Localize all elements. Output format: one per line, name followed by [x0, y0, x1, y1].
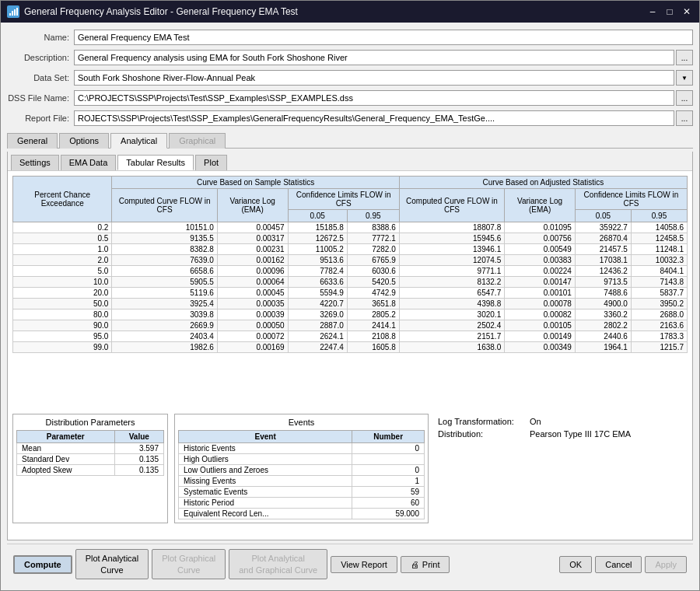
main-tab-bar: General Options Analytical Graphical	[7, 133, 693, 149]
bottom-section: Distribution Parameters Parameter Value …	[12, 414, 688, 523]
button-bar: Compute Plot Analytical Curve Plot Graph…	[7, 544, 693, 584]
main-window: General Frequency Analysis Editor - Gene…	[0, 0, 700, 591]
event-row: Systematic Events59	[179, 487, 425, 498]
col-095b-header: 0.95	[631, 210, 687, 222]
view-report-button[interactable]: View Report	[331, 556, 397, 573]
table-row: 99.0 1982.6 0.00169 2247.4 1605.8 1638.0…	[13, 342, 688, 353]
distribution-row: Distribution: Pearson Type III 17C EMA	[438, 429, 684, 439]
name-row: Name:	[7, 29, 693, 46]
table-row: 20.0 5119.6 0.00045 5594.9 4742.9 6547.7…	[13, 288, 688, 299]
distribution-params-panel: Distribution Parameters Parameter Value …	[12, 414, 168, 523]
content-area: Name: Description: ... Data Set: ▼ DSS F…	[1, 23, 699, 590]
name-label: Name:	[7, 33, 69, 42]
app-icon	[7, 5, 19, 18]
sub-tab-ema-data[interactable]: EMA Data	[61, 155, 117, 170]
description-browse-button[interactable]: ...	[676, 50, 693, 65]
info-section: Log Transformation: On Distribution: Pea…	[435, 414, 688, 523]
dist-param-row: Mean3.597	[17, 443, 164, 454]
dataset-input[interactable]	[74, 70, 674, 86]
name-input[interactable]	[74, 30, 693, 45]
minimize-button[interactable]: –	[646, 5, 659, 18]
tab-graphical[interactable]: Graphical	[169, 133, 226, 149]
col-group2-header: Curve Based on Adjusted Statistics	[399, 177, 687, 189]
log-transform-value: On	[530, 417, 541, 426]
dataset-dropdown-button[interactable]: ▼	[676, 70, 693, 86]
plot-analytical-button[interactable]: Plot Analytical Curve	[75, 549, 149, 579]
events-table: Event Number Historic Events0High Outlie…	[178, 430, 425, 519]
dataset-label: Data Set:	[7, 73, 69, 82]
print-label: Print	[422, 560, 440, 569]
dss-browse-button[interactable]: ...	[676, 90, 693, 106]
dss-input[interactable]	[74, 90, 674, 106]
table-scroll-area[interactable]: Percent Chance Exceedance Curve Based on…	[12, 176, 688, 409]
col-005a-header: 0.05	[288, 210, 347, 222]
printer-icon: 🖨	[411, 560, 419, 569]
log-transform-label: Log Transformation:	[438, 417, 523, 426]
main-content-area: Percent Chance Exceedance Curve Based on…	[8, 171, 692, 540]
results-table: Percent Chance Exceedance Curve Based on…	[12, 176, 688, 353]
tab-general[interactable]: General	[7, 133, 58, 149]
col-computed2-header: Computed Curve FLOW in CFS	[399, 189, 504, 222]
plot-both-button[interactable]: Plot Analytical and Graphical Curve	[229, 549, 327, 579]
close-button[interactable]: ✕	[681, 5, 693, 18]
apply-button[interactable]: Apply	[645, 556, 687, 573]
window-title: General Frequency Analysis Editor - Gene…	[24, 6, 642, 17]
description-label: Description:	[7, 53, 69, 62]
report-label: Report File:	[7, 114, 69, 123]
plot-graphical-button[interactable]: Plot Graphical Curve	[152, 549, 226, 579]
table-row: 5.0 6658.6 0.00096 7782.4 6030.6 9771.1 …	[13, 266, 688, 277]
events-title: Events	[178, 418, 425, 427]
dist-param-row: Standard Dev0.135	[17, 454, 164, 465]
dss-label: DSS File Name:	[7, 93, 69, 103]
col-095a-header: 0.95	[347, 210, 399, 222]
cancel-button[interactable]: Cancel	[595, 556, 642, 573]
col-005b-header: 0.05	[575, 210, 631, 222]
table-row: 0.5 9135.5 0.00317 12672.5 7772.1 15945.…	[13, 233, 688, 244]
compute-button[interactable]: Compute	[13, 555, 72, 574]
sub-tab-tabular-results[interactable]: Tabular Results	[117, 155, 194, 170]
table-row: 90.0 2669.9 0.00050 2887.0 2414.1 2502.4…	[13, 320, 688, 331]
dss-row: DSS File Name: ...	[7, 89, 693, 107]
sub-tab-bar: Settings EMA Data Tabular Results Plot	[8, 152, 692, 171]
sub-tab-plot[interactable]: Plot	[195, 155, 227, 170]
svg-rect-3	[16, 8, 18, 16]
event-row: High Outliers	[179, 454, 425, 465]
col-confidence2-header: Confidence Limits FLOW in CFS	[575, 189, 687, 210]
table-row: 95.0 2403.4 0.00072 2624.1 2108.8 2151.7…	[13, 331, 688, 342]
table-row: 10.0 5905.5 0.00064 6633.6 5420.5 8132.2…	[13, 277, 688, 288]
dist-params-title: Distribution Parameters	[16, 418, 164, 427]
col-percent-header: Percent Chance Exceedance	[13, 177, 112, 222]
svg-rect-0	[9, 13, 11, 16]
description-row: Description: ...	[7, 49, 693, 66]
title-bar: General Frequency Analysis Editor - Gene…	[1, 1, 699, 23]
dist-param-row: Adopted Skew0.135	[17, 465, 164, 476]
sub-tab-settings[interactable]: Settings	[11, 155, 59, 170]
event-row: Low Outliers and Zeroes0	[179, 465, 425, 476]
dist-params-table: Parameter Value Mean3.597Standard Dev0.1…	[16, 430, 164, 476]
events-panel: Events Event Number Historic Events0High…	[174, 414, 429, 523]
col-variance2-header: Variance Log (EMA)	[505, 189, 576, 222]
table-row: 80.0 3039.8 0.00039 3269.0 2805.2 3020.1…	[13, 309, 688, 320]
report-browse-button[interactable]: ...	[676, 110, 693, 126]
report-row: Report File: ...	[7, 110, 693, 127]
dp-value-header: Value	[114, 431, 163, 443]
dp-param-header: Parameter	[17, 431, 115, 443]
maximize-button[interactable]: □	[663, 5, 676, 18]
tab-content: Settings EMA Data Tabular Results Plot P…	[7, 152, 693, 540]
col-group1-header: Curve Based on Sample Statistics	[112, 177, 399, 189]
event-row: Historic Period60	[179, 498, 425, 509]
distribution-value: Pearson Type III 17C EMA	[530, 429, 631, 439]
tab-options[interactable]: Options	[59, 133, 109, 149]
table-row: 50.0 3925.4 0.00035 4220.7 3651.8 4398.8…	[13, 299, 688, 309]
col-variance1-header: Variance Log (EMA)	[217, 189, 288, 222]
col-confidence1-header: Confidence Limits FLOW in CFS	[288, 189, 399, 210]
description-input[interactable]	[74, 50, 674, 65]
event-row: Missing Events1	[179, 476, 425, 487]
event-row: Historic Events0	[179, 443, 425, 454]
log-transform-row: Log Transformation: On	[438, 417, 684, 426]
ok-button[interactable]: OK	[559, 556, 592, 573]
event-row: Equivalent Record Len...59.000	[179, 509, 425, 519]
print-button[interactable]: 🖨 Print	[401, 556, 450, 573]
tab-analytical[interactable]: Analytical	[110, 133, 167, 149]
report-input[interactable]	[74, 110, 674, 126]
